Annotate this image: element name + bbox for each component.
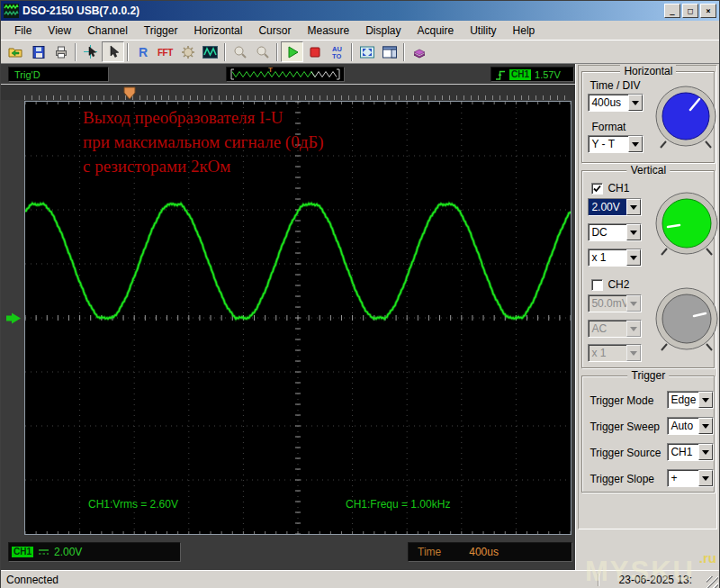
save-button[interactable]	[27, 41, 50, 62]
trigger-source-select[interactable]: CH1	[667, 443, 714, 461]
annotation-line-1: Выход преобразователя I-U	[83, 105, 324, 130]
menu-trigger[interactable]: Trigger	[136, 22, 186, 40]
vertical-group-title: Vertical	[627, 164, 670, 176]
toolbar-separator	[403, 43, 405, 61]
trigger-slope-select[interactable]: +	[667, 469, 714, 487]
menu-file[interactable]: File	[6, 22, 40, 40]
select-tool-button[interactable]	[102, 41, 124, 62]
time-div-select[interactable]: 400us	[588, 94, 644, 112]
waveform-preview-box[interactable]: T	[226, 67, 345, 82]
chevron-down-icon[interactable]	[628, 136, 643, 152]
format-select[interactable]: Y - T	[588, 135, 644, 153]
ch1-coupling-value: DC	[589, 224, 626, 240]
window-icon	[382, 45, 398, 59]
auto-set-button[interactable]: AU TO	[326, 41, 348, 62]
app-icon	[4, 4, 19, 18]
ch1-volts-select[interactable]: 2.00V	[588, 198, 642, 216]
ch1-coupling-select[interactable]: DC	[588, 223, 642, 241]
trigger-sweep-select[interactable]: Auto	[667, 417, 714, 435]
r-tool-button[interactable]: R	[131, 41, 154, 62]
printer-icon	[54, 45, 68, 59]
frequency-measurement: CH1:Frequ = 1.00kHz	[346, 498, 450, 511]
chevron-down-icon[interactable]	[698, 418, 713, 434]
help-book-icon	[411, 45, 428, 59]
zoom-in-button[interactable]	[229, 41, 251, 62]
connection-status: Connected	[6, 574, 58, 586]
chevron-down-icon[interactable]	[628, 95, 643, 111]
ch1-position-knob[interactable]	[652, 189, 720, 259]
print-button[interactable]	[50, 41, 72, 62]
preview-trigger-marker[interactable]: T	[268, 66, 273, 74]
svg-text:TO: TO	[332, 52, 341, 60]
ch1-checkbox[interactable]	[591, 183, 603, 194]
chevron-down-icon[interactable]	[626, 199, 641, 215]
trigger-sweep-label: Trigger Sweep	[590, 421, 660, 433]
start-button[interactable]	[281, 41, 303, 62]
channel1-readout-box: CH1 2.00V	[8, 542, 181, 562]
trigger-mode-select[interactable]: Edge	[667, 391, 714, 409]
annotation-text: Выход преобразователя I-U при максимальн…	[83, 105, 324, 178]
trigger-status-text: Trig'D	[14, 69, 40, 80]
horizontal-group: Horizontal Time / DIV 400us Format Y - T	[581, 71, 715, 163]
trigger-slope-value: +	[668, 470, 698, 486]
ch2-position-knob[interactable]	[652, 285, 720, 355]
trigger-sweep-value: Auto	[668, 418, 698, 434]
gear-icon	[181, 45, 195, 59]
help-book-button[interactable]	[408, 41, 430, 62]
menu-measure[interactable]: Measure	[299, 22, 357, 40]
horizontal-knob[interactable]	[652, 84, 719, 152]
ch2-checkbox[interactable]	[591, 279, 603, 291]
vertical-group: Vertical CH1 2.00V DC	[581, 170, 715, 368]
full-screen-button[interactable]	[356, 41, 378, 62]
ch1-checkbox-row[interactable]: CH1	[591, 182, 629, 194]
stop-button[interactable]	[303, 41, 326, 62]
menu-channel[interactable]: Channel	[79, 22, 136, 40]
trigger-group: Trigger Trigger Mode Edge Trigger Sweep …	[581, 375, 715, 493]
cursor-tool-button[interactable]	[79, 41, 102, 62]
ch2-probe-value: x 1	[589, 345, 626, 361]
settings-button[interactable]	[176, 41, 199, 62]
menu-horizontal[interactable]: Horizontal	[185, 22, 250, 40]
r-letter-icon: R	[136, 45, 150, 59]
menu-view[interactable]: View	[40, 22, 79, 40]
ch2-coupling-select: AC	[588, 320, 642, 338]
close-button[interactable]: ×	[700, 4, 716, 18]
window-layout-button[interactable]	[378, 41, 400, 62]
waveform-display-button[interactable]	[199, 41, 221, 62]
ch1-probe-select[interactable]: x 1	[588, 249, 642, 267]
minimize-button[interactable]: _	[664, 4, 680, 18]
ch2-checkbox-row[interactable]: CH2	[591, 278, 629, 291]
menu-utility[interactable]: Utility	[462, 22, 504, 40]
chevron-down-icon[interactable]	[698, 444, 713, 460]
menu-help[interactable]: Help	[505, 22, 544, 40]
chevron-down-icon[interactable]	[698, 392, 713, 408]
chevron-down-icon	[626, 321, 641, 337]
chevron-down-icon	[626, 345, 641, 361]
fullscreen-icon	[359, 45, 375, 59]
channel1-level-marker[interactable]	[6, 312, 22, 324]
resize-grip[interactable]	[706, 576, 718, 588]
timebase-label: Time	[418, 546, 441, 558]
format-value: Y - T	[589, 136, 628, 152]
magnifier-minus-icon	[256, 45, 270, 59]
chevron-down-icon[interactable]	[626, 249, 641, 266]
ch1-probe-value: x 1	[589, 249, 626, 266]
toolbar: R FFT	[1, 41, 719, 64]
chevron-down-icon[interactable]	[626, 224, 641, 240]
menu-cursor[interactable]: Cursor	[250, 22, 299, 40]
toolbar-separator	[276, 43, 278, 61]
menu-display[interactable]: Display	[357, 22, 409, 40]
trigger-edge-icon	[495, 68, 506, 81]
maximize-button[interactable]: □	[682, 4, 698, 18]
toolbar-separator	[224, 43, 226, 61]
fft-button[interactable]: FFT	[154, 41, 176, 62]
zoom-out-button[interactable]	[251, 41, 274, 62]
open-file-button[interactable]	[4, 41, 27, 62]
fft-icon: FFT	[157, 45, 175, 59]
ch2-volts-select: 50.0mV	[588, 294, 642, 312]
chevron-down-icon[interactable]	[698, 470, 713, 486]
horizontal-ruler	[1, 84, 577, 100]
trigger-position-marker[interactable]	[123, 86, 136, 100]
menu-acquire[interactable]: Acquire	[410, 22, 463, 40]
waveform-icon	[202, 45, 218, 59]
